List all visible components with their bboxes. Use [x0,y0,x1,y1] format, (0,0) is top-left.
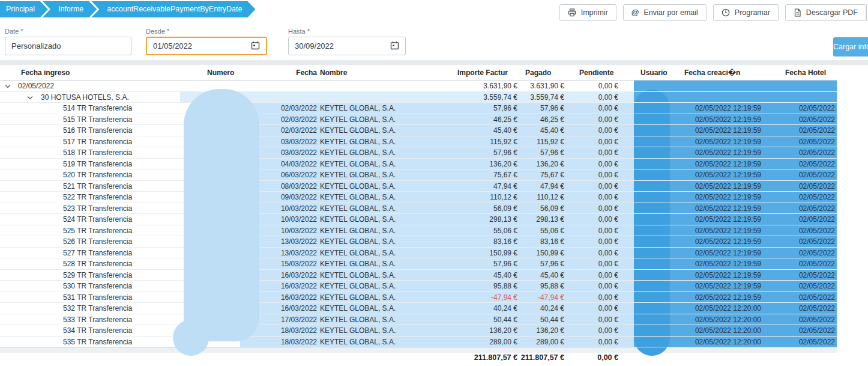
cell-fecha: 06/03/2022 [264,170,317,180]
table-row[interactable]: 515 TR Transferencia02/03/2022KEYTEL GLO… [0,114,837,126]
download-pdf-button[interactable]: Descargar PDF [785,4,866,21]
cell-fecha: 10/03/2022 [264,204,317,213]
table-row[interactable]: 534 TR Transferencia18/03/2022KEYTEL GLO… [0,325,837,337]
breadcrumb-item-3[interactable]: accountReceivablePaymentByEntryDate [91,1,255,17]
cell-fecha-ingreso: 528 TR Transferencia [63,259,132,269]
cell-pendiente: 0,00 € [564,159,618,169]
table-row[interactable]: 521 TR Transferencia08/03/2022KEYTEL GLO… [0,181,837,192]
date-to-input[interactable]: 30/09/2022 [288,37,406,55]
cell-fecha-ingreso: 530 TR Transferencia [63,281,132,291]
cell-fecha-hotel: 02/05/2022 [774,137,835,147]
col-pagado[interactable]: Pagado [525,69,551,77]
date-from-value: 01/05/2022 [153,41,192,50]
cell-fecha-creacion: 02/05/2022 12:19:59 [678,192,761,202]
total-pagado: 211.807,57 € [507,353,564,362]
schedule-button[interactable]: Programar [713,4,779,21]
col-fecha-creacion[interactable]: Fecha creaci�n [684,69,740,77]
cell-pendiente: 0,00 € [564,93,618,102]
cell-fecha: 16/03/2022 [264,293,317,302]
cell-nombre: KEYTEL GLOBAL, S.A. [320,137,396,147]
cell-fecha: 15/03/2022 [264,259,317,269]
cell-pendiente: 0,00 € [564,170,618,180]
cell-pendiente: 0,00 € [564,103,618,113]
cell-pendiente: 0,00 € [564,204,618,213]
cell-fecha: 08/03/2022 [264,181,317,191]
chevron-down-icon[interactable] [27,93,33,102]
cell-nombre: KEYTEL GLOBAL, S.A. [320,126,396,135]
date-type-input[interactable]: Personalizado [5,37,131,55]
col-fecha-hotel[interactable]: Fecha Hotel [785,69,826,77]
cell-fecha-hotel: 02/05/2022 [774,148,835,157]
table-row[interactable]: 519 TR Transferencia04/03/2022KEYTEL GLO… [0,159,837,170]
cell-fecha-ingreso: 527 TR Transferencia [63,248,132,258]
table-row[interactable]: 533 TR Transferencia17/03/2022KEYTEL GLO… [0,314,837,326]
table-row[interactable]: 514 TR Transferencia02/03/2022KEYTEL GLO… [0,103,837,114]
redaction-overlay-numero-tail [173,320,209,356]
table-row[interactable]: 526 TR Transferencia13/03/2022KEYTEL GLO… [0,236,837,248]
cell-fecha-ingreso: 529 TR Transferencia [63,270,132,280]
col-usuario[interactable]: Usuario [640,69,668,77]
col-importe-factura[interactable]: Importe Factur [457,69,508,77]
send-email-button[interactable]: @Enviar por email [623,4,707,21]
table-row[interactable]: 525 TR Transferencia10/03/2022KEYTEL GLO… [0,225,837,237]
redaction-overlay-numero [184,89,259,341]
col-fecha-ingreso[interactable]: Fecha ingreso [21,69,70,77]
cell-pagado: 40,24 € [507,303,564,313]
cell-pagado: 55,06 € [507,226,564,236]
cell-fecha-hotel: 02/05/2022 [774,303,835,313]
pdf-icon [794,8,801,17]
cell-pagado: 136,20 € [507,159,564,169]
cell-fecha-hotel: 02/05/2022 [774,237,835,246]
calendar-icon[interactable] [251,41,260,52]
cell-fecha: 13/03/2022 [264,237,317,246]
print-button[interactable]: Imprimir [559,4,616,21]
cell-fecha-ingreso: 526 TR Transferencia [63,237,132,246]
table-row[interactable]: 520 TR Transferencia06/03/2022KEYTEL GLO… [0,169,837,181]
cell-fecha: 16/03/2022 [264,281,317,291]
table-row[interactable]: 527 TR Transferencia13/03/2022KEYTEL GLO… [0,248,837,259]
table-row[interactable]: 535 TR Transferencia18/03/2022KEYTEL GLO… [0,337,837,348]
group-label: 02/05/2022 [18,81,54,91]
cell-fecha-hotel: 02/05/2022 [774,103,835,113]
table-row[interactable]: 529 TR Transferencia16/03/2022KEYTEL GLO… [0,270,837,281]
table-row[interactable]: 531 TR Transferencia16/03/2022KEYTEL GLO… [0,292,837,303]
table-row[interactable]: 516 TR Transferencia02/03/2022KEYTEL GLO… [0,125,837,136]
date-type-label: Date * [5,28,23,35]
cell-fecha: 17/03/2022 [264,315,317,325]
cell-fecha-hotel: 02/05/2022 [774,215,835,224]
load-report-button[interactable]: Cargar informe [833,37,868,56]
breadcrumb-item-2[interactable]: Informe [43,1,97,17]
calendar-icon[interactable] [390,41,399,52]
cell-pendiente: 0,00 € [564,181,618,191]
col-numero[interactable]: Numero [207,69,234,77]
table-row[interactable]: 528 TR Transferencia15/03/2022KEYTEL GLO… [0,258,837,270]
date-to-label: Hasta * [288,28,310,35]
table-row[interactable]: 522 TR Transferencia09/03/2022KEYTEL GLO… [0,192,837,203]
cell-nombre: KEYTEL GLOBAL, S.A. [320,281,396,291]
col-pendiente[interactable]: Pendiente [579,69,613,77]
cell-fecha-hotel: 02/05/2022 [774,270,835,280]
cell-fecha-hotel: 02/05/2022 [774,159,835,169]
table-row[interactable]: 530 TR Transferencia16/03/2022KEYTEL GLO… [0,281,837,292]
clock-icon [722,8,730,17]
cell-pagado: 95,88 € [507,281,564,291]
breadcrumb-item-1[interactable]: Principal [0,1,48,17]
chevron-down-icon[interactable] [5,81,11,91]
table-row[interactable]: 518 TR Transferencia03/03/2022KEYTEL GLO… [0,147,837,159]
cell-fecha-creacion: 02/05/2022 12:20:00 [678,315,761,325]
subgroup-row-client[interactable]: 30 HOTUSA HOTELS, S.A.3.559,74 €3.559,74… [0,92,837,103]
group-row-date[interactable]: 02/05/20223.631,90 €3.631,90 €0,00 € [0,81,837,92]
cell-fecha: 10/03/2022 [264,215,317,224]
cell-fecha-hotel: 02/05/2022 [774,170,835,180]
table-row[interactable]: 532 TR Transferencia16/03/2022KEYTEL GLO… [0,303,837,314]
table-row[interactable]: 523 TR Transferencia10/03/2022KEYTEL GLO… [0,203,837,215]
cell-nombre: KEYTEL GLOBAL, S.A. [320,303,396,313]
cell-fecha: 16/03/2022 [264,270,317,280]
date-from-input[interactable]: 01/05/2022 [146,37,267,55]
col-nombre[interactable]: Nombre [320,69,347,77]
table-row[interactable]: 524 TR Transferencia10/03/2022KEYTEL GLO… [0,214,837,225]
cell-fecha-creacion: 02/05/2022 12:20:00 [678,303,761,313]
col-fecha[interactable]: Fecha [264,69,317,77]
cell-fecha-creacion: 02/05/2022 12:19:59 [678,181,761,191]
table-row[interactable]: 517 TR Transferencia03/03/2022KEYTEL GLO… [0,136,837,148]
